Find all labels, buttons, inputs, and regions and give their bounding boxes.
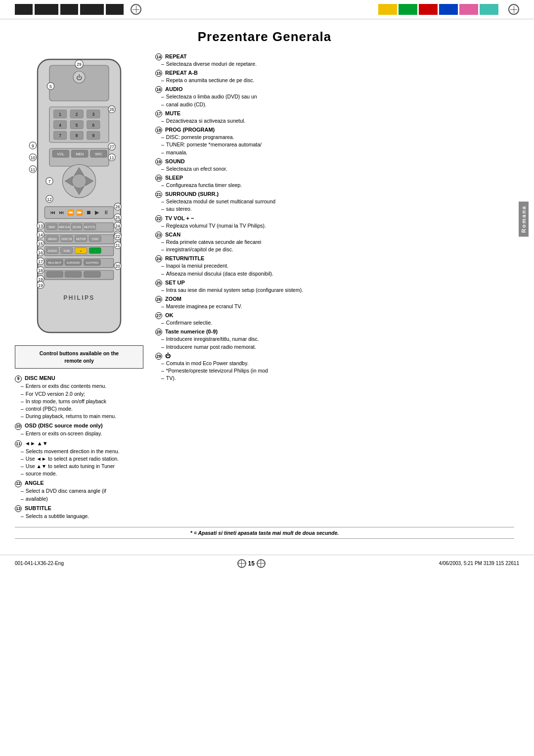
svg-text:8: 8 xyxy=(76,133,78,138)
right-items: 14 REPEAT–Selecteaza diverse moduri de r… xyxy=(155,53,514,384)
item-line: –Configureaza functia timer sleep. xyxy=(161,182,514,189)
left-descriptions: 9 DISC MENU–Enters or exits disc content… xyxy=(15,375,143,522)
svg-text:29: 29 xyxy=(77,62,82,67)
left-item: 13 SUBTITLE–Selects a subtitle language. xyxy=(15,505,143,520)
item-line: –For VCD version 2.0 only; xyxy=(21,390,143,398)
item-title: 23 SCAN xyxy=(155,232,514,238)
footer-left: 001-041-LX36-22-Eng xyxy=(15,561,64,566)
item-line: –Selecteaza un efect sonor. xyxy=(161,165,514,173)
svg-text:SETUP: SETUP xyxy=(76,237,86,240)
item-body: –Inapoi la meniul precedent.–Afiseaza me… xyxy=(155,262,514,277)
svg-text:27: 27 xyxy=(109,144,114,149)
left-item: 10 OSD (DISC source mode only)–Enters or… xyxy=(15,422,143,437)
item-line: –Intra sau iese din meniul system setup … xyxy=(161,286,514,294)
item-body: –Selecteaza un efect sonor. xyxy=(155,165,514,173)
item-title: 12 ANGLE xyxy=(15,479,143,487)
svg-text:MENU: MENU xyxy=(48,237,57,240)
svg-point-45 xyxy=(72,174,87,189)
item-line: –Selects a subtitle language. xyxy=(21,513,143,520)
info-box: Control buttons available on the remote … xyxy=(15,345,143,369)
svg-text:11: 11 xyxy=(31,167,36,172)
page-content: Prezentare Generala 29 ⏻ xyxy=(0,19,534,549)
right-item: 20 SLEEP–Configureaza functia timer slee… xyxy=(155,175,514,189)
item-line: –Enters or exits on-screen display. xyxy=(21,430,143,437)
item-num: 29 xyxy=(155,353,162,360)
color-yellow xyxy=(378,4,397,15)
item-num: 14 xyxy=(155,53,162,60)
svg-text:12: 12 xyxy=(47,197,52,202)
right-item: 14 REPEAT–Selecteaza diverse moduri de r… xyxy=(155,53,514,68)
left-item: 12 ANGLE–Select a DVD disc camera angle … xyxy=(15,479,143,502)
item-body: –Configureaza functia timer sleep. xyxy=(155,182,514,189)
item-line: –Inapoi la meniul precedent. xyxy=(161,262,514,270)
info-line2: remote only xyxy=(64,358,94,364)
right-item: 28 Taste numerice (0-9)–Introducere inre… xyxy=(155,329,514,350)
item-line: –control (PBC) mode. xyxy=(21,405,143,413)
item-line: –available) xyxy=(21,495,143,503)
svg-text:24: 24 xyxy=(115,224,120,229)
item-line: –During playback, returns to main menu. xyxy=(21,413,143,420)
item-line: –Comuta in mod Eco Power standby. xyxy=(161,360,514,367)
item-num: 15 xyxy=(155,70,162,77)
crosshair-icon-right xyxy=(508,4,519,15)
svg-rect-119 xyxy=(46,271,63,277)
footer-note: * = Apasati si tineti apasata tasta mai … xyxy=(15,527,514,539)
svg-text:11: 11 xyxy=(109,155,114,160)
svg-text:DISC M: DISC M xyxy=(61,237,72,240)
svg-text:6: 6 xyxy=(92,123,94,128)
footer-center: 15 xyxy=(237,559,266,568)
svg-text:5: 5 xyxy=(49,84,52,89)
svg-text:⏪: ⏪ xyxy=(67,209,74,216)
item-line: –Repeta o anumita sectiune de pe disc. xyxy=(161,77,514,84)
item-line: –Confirmare selectie. xyxy=(161,319,514,327)
item-title: 11 ◄► ▲▼ xyxy=(15,440,143,448)
item-body: –Enters or exits on-screen display. xyxy=(15,430,143,437)
item-line: –*Porneste/opreste televizorul Philips (… xyxy=(161,367,514,375)
item-body: –Selecteaza modul de sunet multicanal su… xyxy=(155,198,514,213)
item-line: –Introducere numar post radio memorat. xyxy=(161,343,514,351)
deco-block-3 xyxy=(60,4,78,15)
item-body: –Comuta in mod Eco Power standby.–*Porne… xyxy=(155,360,514,382)
item-num: 17 xyxy=(155,110,162,117)
item-line: –Mareste imaginea pe ecranul TV. xyxy=(161,303,514,310)
svg-text:REP: REP xyxy=(49,226,55,229)
svg-text:4: 4 xyxy=(59,123,61,128)
item-num: 27 xyxy=(155,312,162,319)
item-line: –source mode. xyxy=(21,470,143,477)
item-line: –Selecteaza o limba audio (DVD) sau un xyxy=(161,93,514,100)
svg-text:PHILIPS: PHILIPS xyxy=(63,294,94,301)
svg-text:1: 1 xyxy=(59,112,61,117)
remote-container: 29 ⏻ 5 1 2 3 4 xyxy=(20,53,138,339)
item-line: –Selects movement direction in the menu. xyxy=(21,448,143,455)
item-num: 23 xyxy=(155,232,162,238)
svg-text:-: - xyxy=(94,249,95,252)
svg-text:10: 10 xyxy=(31,155,36,160)
item-title: 26 ZOOM xyxy=(155,296,514,303)
right-item: 16 AUDIO–Selecteaza o limba audio (DVD) … xyxy=(155,86,514,108)
item-line: –Introducere inregistrare/titlu, numar d… xyxy=(161,335,514,343)
item-title: 15 REPEAT A-B xyxy=(155,70,514,77)
svg-text:SRC: SRC xyxy=(95,152,102,156)
right-item: 27 OK–Confirmare selectie. xyxy=(155,312,514,327)
svg-text:19: 19 xyxy=(38,277,43,282)
color-red xyxy=(419,4,438,15)
item-body: –Confirmare selectie. xyxy=(155,319,514,327)
color-green xyxy=(399,4,417,15)
svg-text:5: 5 xyxy=(76,123,78,128)
svg-text:RET/TTL: RET/TTL xyxy=(84,226,96,229)
svg-text:⏹: ⏹ xyxy=(86,209,91,215)
item-line: –Regleaza volumul TV (numai la TV Philip… xyxy=(161,222,514,230)
svg-text:⏸: ⏸ xyxy=(103,209,108,215)
main-layout: 29 ⏻ 5 1 2 3 4 xyxy=(15,53,514,522)
item-line: –Selecteaza diverse moduri de repetare. xyxy=(161,60,514,68)
svg-text:7: 7 xyxy=(48,179,51,184)
right-item: 26 ZOOM–Mareste imaginea pe ecranul TV. xyxy=(155,296,514,310)
item-body: –Reda primele cateva secunde ale fiecare… xyxy=(155,238,514,253)
svg-text:18: 18 xyxy=(38,268,43,273)
item-title: 18 PROG (PROGRAM) xyxy=(155,127,514,134)
top-bar-left-blocks xyxy=(15,4,141,15)
info-line1: Control buttons available on the xyxy=(40,350,119,356)
left-item: 9 DISC MENU–Enters or exits disc content… xyxy=(15,375,143,420)
side-label-container: Romana xyxy=(518,53,529,384)
item-title: 14 REPEAT xyxy=(155,53,514,60)
